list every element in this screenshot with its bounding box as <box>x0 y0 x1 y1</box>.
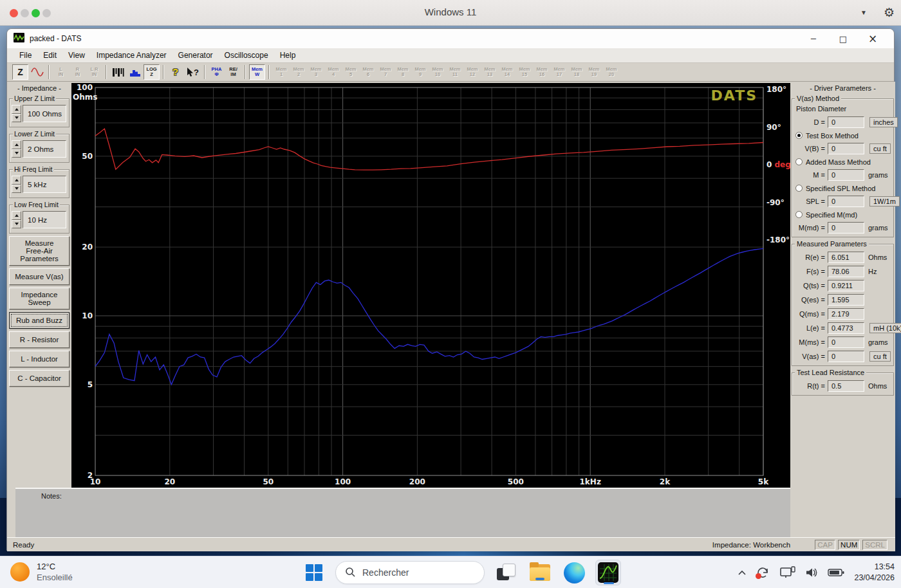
added-mass-method-radio[interactable]: Added Mass Method <box>794 156 892 168</box>
impedance-z-button[interactable]: Z <box>12 64 28 80</box>
context-help-button[interactable]: ? <box>184 64 201 80</box>
help-button[interactable]: ? <box>167 64 183 80</box>
spectrum-bars-button[interactable] <box>110 64 126 80</box>
spin-up-button[interactable] <box>12 105 21 114</box>
mms-field: M(ms) =0grams <box>794 335 892 349</box>
display-cast-icon[interactable] <box>780 566 795 579</box>
hidden-icons-chevron[interactable] <box>738 570 747 576</box>
added-mass-field-value[interactable]: 0 <box>828 169 864 181</box>
spin-down-button[interactable] <box>12 220 21 229</box>
low-freq-limit-value-field[interactable]: 10 Hz <box>23 211 66 228</box>
dats-taskbar-icon[interactable] <box>595 560 621 585</box>
mmd-field-value[interactable]: 0 <box>828 222 864 234</box>
r-resistor-button[interactable]: R - Resistor <box>9 331 70 348</box>
dats-app-icon <box>14 33 24 45</box>
menu-help[interactable]: Help <box>274 49 302 62</box>
histogram-button[interactable] <box>127 64 143 80</box>
hi-freq-limit-label: Hi Freq Limit <box>13 165 54 173</box>
qms-field-value[interactable]: 2.179 <box>828 308 864 320</box>
settings-gear-icon[interactable]: ⚙ <box>884 5 895 20</box>
notes-area[interactable]: Notes: <box>15 488 790 537</box>
c-capacitor-button[interactable]: C - Capacitor <box>9 370 70 387</box>
dropdown-arrow-icon[interactable]: ▼ <box>860 9 867 16</box>
impedance-sweep-button[interactable]: Impedance Sweep <box>9 288 70 309</box>
spin-up-button[interactable] <box>12 176 21 185</box>
status-cell-scrl: SCRL <box>862 540 887 550</box>
rub-and-buzz-button[interactable]: Rub and Buzz <box>9 312 70 329</box>
hi-freq-limit-group: Hi Freq Limit5 kHz <box>9 169 70 198</box>
spl-field-value[interactable]: 0 <box>828 196 864 207</box>
close-button[interactable]: × <box>858 32 887 45</box>
mmd-field-label: M(md) = <box>794 224 828 232</box>
task-view-icon[interactable] <box>493 560 519 585</box>
spin-down-button[interactable] <box>12 185 21 194</box>
start-button[interactable] <box>301 560 327 585</box>
clock-date: 23/04/2026 <box>854 573 895 583</box>
weather-widget[interactable]: 12°C Ensoleillé <box>10 561 73 583</box>
dats-icon-graphic <box>597 562 619 583</box>
spl-field-label: SPL = <box>794 198 828 205</box>
update-sync-icon[interactable] <box>756 566 770 579</box>
battery-icon[interactable] <box>828 568 844 577</box>
re-field-value[interactable]: 6.051 <box>828 252 864 263</box>
clock[interactable]: 13:54 23/04/2026 <box>854 562 895 583</box>
test-box-method-radio-label: Test Box Method <box>806 132 859 140</box>
log-z-button[interactable]: LOG Z <box>144 64 160 80</box>
file-explorer-icon[interactable] <box>527 560 553 585</box>
le-field-value[interactable]: 0.4773 <box>828 322 864 334</box>
ohms-axis-unit: Ohms <box>73 93 97 102</box>
vb-field-unit: cu ft <box>869 143 891 154</box>
menu-edit[interactable]: Edit <box>37 49 62 62</box>
added-mass-method-radio-label: Added Mass Method <box>806 158 871 166</box>
measure-vas-button[interactable]: Measure V(as) <box>9 268 70 285</box>
minimize-button[interactable]: ─ <box>799 34 828 44</box>
qts-field-value[interactable]: 0.9211 <box>828 280 864 291</box>
le-field: L(e) =0.4773mH (10k) <box>794 321 892 335</box>
vb-field-value[interactable]: 0 <box>828 143 864 154</box>
test-box-method-radio[interactable]: Test Box Method <box>794 129 892 142</box>
qes-field-value[interactable]: 1.595 <box>828 294 864 306</box>
toolbar-separator <box>204 65 205 79</box>
measure-free-air-parameters-button[interactable]: Measure Free-Air Parameters <box>9 236 70 266</box>
freq-tick-label: 10 <box>90 477 101 486</box>
notes-label: Notes: <box>41 492 62 500</box>
specified-mmd-radio[interactable]: Specified M(md) <box>794 208 892 221</box>
low-freq-limit-group: Low Freq Limit10 Hz <box>9 205 70 234</box>
spin-up-button[interactable] <box>12 211 21 220</box>
menu-file[interactable]: File <box>14 49 37 62</box>
spin-down-button[interactable] <box>12 114 21 123</box>
menu-view[interactable]: View <box>62 49 91 62</box>
specified-spl-method-radio[interactable]: Specified SPL Method <box>794 182 892 194</box>
maximize-button[interactable]: □ <box>828 34 858 44</box>
rt-field-value[interactable]: 0.5 <box>828 380 864 392</box>
menu-oscilloscope[interactable]: Oscilloscope <box>219 49 274 62</box>
edge-browser-icon[interactable] <box>561 560 587 585</box>
menu-generator[interactable]: Generator <box>172 49 219 62</box>
mem-3-button: Mem 3 <box>308 64 324 80</box>
volume-icon[interactable] <box>805 567 818 578</box>
mms-field-value[interactable]: 0 <box>828 336 864 348</box>
lower-z-limit-value-field[interactable]: 2 Ohms <box>23 140 66 158</box>
re-im-button[interactable]: RE/ IM <box>225 64 241 80</box>
vas-field-value[interactable]: 0 <box>828 351 864 362</box>
up-arrow-icon <box>15 108 19 111</box>
waveform-button[interactable] <box>29 64 45 80</box>
l-inductor-button[interactable]: L - Inductor <box>9 351 70 367</box>
menu-impedance-analyzer[interactable]: Impedance Analyzer <box>91 49 172 62</box>
hi-freq-limit-value-field[interactable]: 5 kHz <box>23 176 66 193</box>
mmd-field-unit: grams <box>868 224 888 232</box>
phase-display-button[interactable]: PHA Φ <box>209 64 225 80</box>
piston-diameter-field-value[interactable]: 0 <box>828 116 864 128</box>
mms-field-label: M(ms) = <box>794 338 828 346</box>
spin-down-button[interactable] <box>12 149 21 158</box>
upper-z-limit-value-field[interactable]: 100 Ohms <box>23 105 66 122</box>
qts-field: Q(ts) =0.9211 <box>794 279 892 293</box>
spin-up-button[interactable] <box>12 140 21 149</box>
search-input[interactable]: Rechercher <box>335 561 485 584</box>
up-arrow-icon <box>15 179 19 181</box>
memory-write-button[interactable]: Mem W <box>249 64 265 80</box>
search-placeholder: Rechercher <box>362 567 409 578</box>
macos-menu-bar: Windows 11 ▼ ⚙ <box>0 0 901 26</box>
fs-field-value[interactable]: 78.06 <box>828 266 864 277</box>
mem-10-button: Mem 10 <box>429 64 446 80</box>
